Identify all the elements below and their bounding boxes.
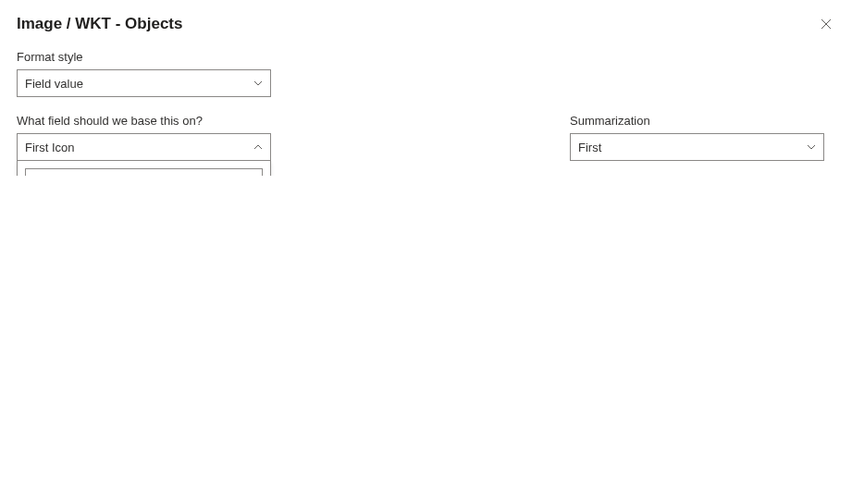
field-basis-select[interactable]: First Icon [17, 133, 271, 161]
summarization-value: First [578, 141, 601, 154]
field-basis-value: First Icon [25, 141, 74, 154]
format-style-label: Format style [17, 50, 835, 64]
close-icon [821, 18, 832, 30]
format-style-value: Field value [25, 77, 83, 91]
dialog-title: Image / WKT - Objects [17, 15, 182, 33]
summarization-label: Summarization [570, 114, 824, 128]
field-basis-dropdown: Shipping DataHeadingHeadingIndicatorIcon… [17, 161, 271, 176]
close-button[interactable] [817, 15, 835, 33]
chevron-down-icon [253, 79, 263, 88]
format-style-select[interactable]: Field value [17, 69, 271, 97]
chevron-down-icon [807, 142, 816, 152]
chevron-up-icon [253, 142, 263, 152]
field-search-input[interactable] [44, 176, 256, 177]
field-basis-label: What field should we base this on? [17, 114, 271, 128]
summarization-select[interactable]: First [570, 133, 824, 161]
field-search-box[interactable] [25, 168, 263, 176]
